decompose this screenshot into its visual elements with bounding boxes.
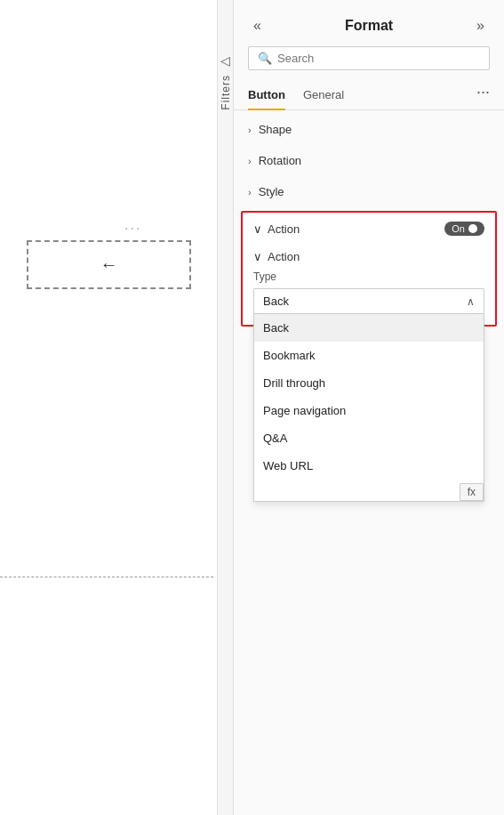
dropdown-list: Back Bookmark Drill through Page navigat…	[253, 314, 484, 502]
section-shape[interactable]: › Shape	[234, 114, 504, 145]
search-container: 🔍	[234, 46, 504, 81]
dropdown-item-drill-through[interactable]: Drill through	[254, 369, 484, 397]
dotted-line	[0, 577, 213, 577]
dropdown-value: Back	[263, 295, 289, 308]
tab-button[interactable]: Button	[248, 81, 285, 110]
tabs-row: Button General ···	[234, 81, 504, 110]
sections-list: › Shape › Rotation › Style ∨ Action On	[234, 110, 504, 815]
shape-label: Shape	[259, 123, 292, 136]
dropdown-chevron-icon: ∧	[467, 295, 475, 308]
search-box: 🔍	[248, 46, 490, 70]
dropdown-selected[interactable]: Back ∧	[253, 288, 484, 314]
dropdown-item-web-url[interactable]: Web URL	[254, 452, 484, 480]
type-label: Type	[253, 270, 484, 283]
panel-header: « Format »	[234, 0, 504, 46]
section-rotation[interactable]: › Rotation	[234, 145, 504, 176]
tabs-more-button[interactable]: ···	[476, 83, 490, 109]
canvas-area: ··· ←	[0, 0, 218, 815]
dropdown-item-page-nav[interactable]: Page navigation	[254, 397, 484, 424]
section-style[interactable]: › Style	[234, 176, 504, 207]
fx-row: fx	[254, 480, 484, 501]
rotation-chevron: ›	[248, 156, 252, 166]
panel-title: Format	[345, 18, 393, 34]
action-section-header[interactable]: ∨ Action On	[243, 213, 495, 245]
toggle-circle	[468, 224, 477, 233]
action-open-chevron: ∨	[253, 222, 262, 236]
action-header-left: ∨ Action	[253, 222, 300, 236]
filters-label: Filters	[220, 75, 232, 110]
button-element: ←	[27, 240, 191, 289]
dropdown-item-back[interactable]: Back	[254, 314, 484, 342]
inner-action-header[interactable]: ∨ Action	[253, 245, 484, 270]
arrow-icon: ←	[100, 254, 118, 275]
panel-nav-prev[interactable]: «	[248, 16, 267, 36]
action-toggle[interactable]: On	[444, 222, 484, 236]
rotation-label: Rotation	[259, 154, 301, 167]
panel-nav-next[interactable]: »	[471, 16, 490, 36]
search-icon: 🔍	[258, 52, 272, 65]
style-label: Style	[259, 185, 284, 198]
filters-strip[interactable]: ◁ Filters	[218, 0, 234, 815]
action-section: ∨ Action On ∨ Action Type Back ∧	[241, 211, 497, 327]
inner-action-label: Action	[268, 250, 300, 263]
filter-icon: ◁	[220, 53, 230, 68]
style-chevron: ›	[248, 187, 252, 198]
tab-general[interactable]: General	[303, 81, 344, 110]
dropdown-item-bookmark[interactable]: Bookmark	[254, 342, 484, 369]
canvas-dots: ···	[124, 221, 141, 237]
type-dropdown: Back ∧ Back Bookmark Drill through	[253, 288, 484, 314]
action-header-label: Action	[268, 222, 300, 236]
fx-button[interactable]: fx	[460, 483, 484, 501]
format-panel: « Format » 🔍 Button General ··· › Shape …	[234, 0, 504, 815]
inner-action-chevron: ∨	[253, 250, 262, 263]
search-input[interactable]	[277, 52, 480, 65]
action-content: ∨ Action Type Back ∧ Back Bookmark	[243, 245, 495, 325]
shape-chevron: ›	[248, 125, 252, 135]
dropdown-item-qa[interactable]: Q&A	[254, 424, 484, 452]
